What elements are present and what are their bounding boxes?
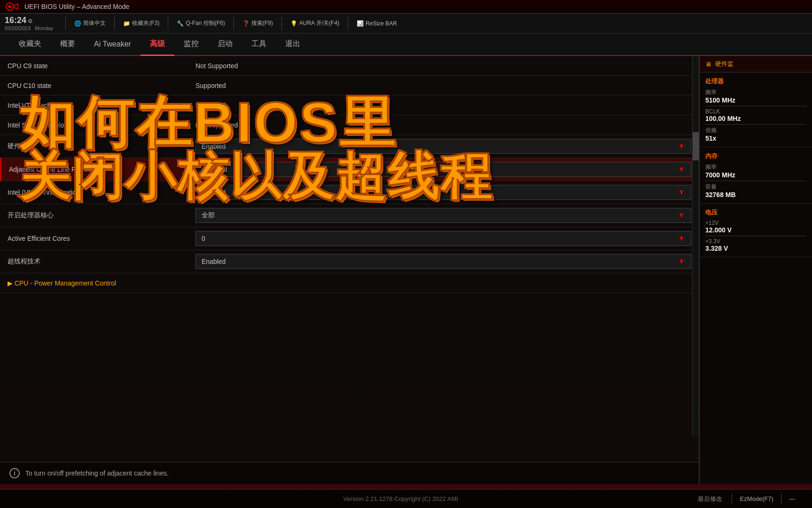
setting-value-vmx: Enabled ▼ xyxy=(188,181,699,204)
resizebar-icon: 📊 xyxy=(357,20,364,27)
hw-prefetch-dropdown[interactable]: Enabled ▼ xyxy=(195,139,691,154)
setting-value-cores: 全部 ▼ xyxy=(188,204,699,227)
setting-label-hyperthreading: 超线程技术 xyxy=(0,254,188,270)
title-bar-title: UEFI BIOS Utility – Advanced Mode xyxy=(24,3,129,10)
main-nav: 收藏夹 概要 Ai Tweaker 高级 监控 启动 工具 退出 xyxy=(0,33,812,56)
sidebar-section-title-cpu: 处理器 xyxy=(705,77,806,86)
setting-label-cpu-c10: CPU C10 state xyxy=(0,78,188,93)
nav-item-exit[interactable]: 退出 xyxy=(276,33,310,56)
toolbar-divider-2 xyxy=(114,17,115,30)
table-row: Active Efficient Cores 0 ▼ xyxy=(0,227,699,250)
adjacent-dropdown[interactable]: Enabled ▼ xyxy=(197,162,691,177)
content-wrapper: CPU C9 state Not Supported CPU C10 state… xyxy=(0,56,812,484)
sidebar-stat-label-33v-label: +3.3V xyxy=(705,238,806,245)
chevron-down-icon: ▼ xyxy=(678,257,685,266)
vmx-dropdown[interactable]: Enabled ▼ xyxy=(195,185,691,200)
footer: Version 2.21.1278 Copyright (C) 2022 AMI… xyxy=(0,489,812,508)
table-row: 硬件预取 Enabled ▼ xyxy=(0,135,699,158)
setting-value-cpu-power xyxy=(188,279,699,287)
sidebar-section-title-memory: 内存 xyxy=(705,152,806,160)
sidebar-stat-label-cpu-freq-label: 频率 xyxy=(705,88,806,96)
sidebar-stat-label-multiplier: 倍频 xyxy=(705,127,806,135)
right-sidebar: 🖥 硬件监 处理器 频率 5100 MHz BCLK 100.00 MHz 倍频… xyxy=(699,56,812,484)
table-row: 开启处理器核心 全部 ▼ xyxy=(0,204,699,227)
nav-item-favorites[interactable]: 收藏夹 xyxy=(9,33,51,56)
toolbar-divider-6 xyxy=(348,17,348,30)
svg-point-1 xyxy=(8,5,11,8)
sidebar-stat-value-mem-capacity: 32768 MB xyxy=(705,191,806,198)
info-bar: i To turn on/off prefetching of adjacent… xyxy=(0,462,699,484)
sidebar-stat-label-12v-label: +12V xyxy=(705,220,806,226)
sidebar-stat-value-bclk: 100.00 MHz xyxy=(705,115,806,122)
cores-dropdown[interactable]: 全部 ▼ xyxy=(195,208,691,223)
toolbar-favorites[interactable]: 📁 收藏夹(F3) xyxy=(123,19,159,27)
sidebar-divider xyxy=(705,124,806,125)
hyperthreading-dropdown[interactable]: Enabled ▼ xyxy=(195,254,691,269)
sidebar-stat-label-bclk: BCLK xyxy=(705,108,806,115)
nav-item-boot[interactable]: 启动 xyxy=(208,33,242,56)
scroll-thumb[interactable] xyxy=(693,132,699,160)
setting-label-cpu-c9: CPU C9 state xyxy=(0,58,188,73)
footer-separator: — xyxy=(781,493,803,504)
nav-item-advanced[interactable]: 高级 xyxy=(141,33,174,56)
toolbar-aura[interactable]: 💡 AURA 开/关(F4) xyxy=(290,19,339,27)
sidebar-section-voltage: 电压 +12V 12.000 V +3.3V 3.328 V xyxy=(700,204,812,257)
search-icon: ❓ xyxy=(242,20,250,27)
setting-label-efficient-cores: Active Efficient Cores xyxy=(0,231,188,246)
setting-label-cores: 开启处理器核心 xyxy=(0,207,188,223)
rog-logo xyxy=(6,2,19,11)
toolbar-gear-icon: ⚙ xyxy=(28,18,33,24)
sidebar-stat-value-mem-freq: 7000 MHz xyxy=(705,171,806,179)
setting-label-vmx: Intel (VMX) Virtualization xyxy=(0,185,188,200)
setting-value-hyperthreading: Enabled ▼ xyxy=(188,250,699,273)
efficient-cores-dropdown[interactable]: 0 ▼ xyxy=(195,231,691,246)
globe-icon: 🌐 xyxy=(74,20,81,27)
setting-value-adjacent: Enabled ▼ xyxy=(189,158,699,181)
toolbar-resizebar[interactable]: 📊 ReSize BAR xyxy=(357,20,397,27)
table-row: Intel (VMX) Virtualization Enabled ▼ xyxy=(0,181,699,204)
setting-label-hw-prefetch: 硬件预取 xyxy=(0,138,188,154)
setting-value-efficient-cores: 0 ▼ xyxy=(188,227,699,250)
table-row: 超线程技术 Enabled ▼ xyxy=(0,250,699,273)
chevron-down-icon: ▼ xyxy=(678,165,685,174)
fan-icon: 🔧 xyxy=(177,20,184,27)
setting-label-cpu-power: ▶ CPU - Power Management Control xyxy=(0,276,188,291)
sidebar-stat-value-cpu-freq: 5100 MHz xyxy=(705,96,806,104)
setting-value-vtx: Supported xyxy=(188,98,699,113)
sidebar-stat-value-12v: 12.000 V xyxy=(705,226,806,234)
main-panel: CPU C9 state Not Supported CPU C10 state… xyxy=(0,56,699,484)
toolbar-divider-1 xyxy=(65,17,66,30)
title-bar: UEFI BIOS Utility – Advanced Mode xyxy=(0,0,812,14)
nav-item-tools[interactable]: 工具 xyxy=(242,33,276,56)
sidebar-divider xyxy=(705,106,806,106)
toolbar-time: 16:24 xyxy=(5,16,26,25)
scrollbar[interactable] xyxy=(692,56,699,437)
toolbar-language[interactable]: 🌐 简体中文 xyxy=(74,19,106,27)
footer-version: Version 2.21.1278 Copyright (C) 2022 AMI xyxy=(103,495,698,502)
aura-icon: 💡 xyxy=(290,20,297,27)
nav-item-overview[interactable]: 概要 xyxy=(51,33,85,56)
toolbar-divider-4 xyxy=(234,17,234,30)
toolbar-divider-3 xyxy=(168,17,168,30)
setting-value-smx: Not Supported xyxy=(188,118,699,133)
chevron-down-icon: ▼ xyxy=(678,142,685,151)
toolbar-search[interactable]: ❓ 搜索(F9) xyxy=(242,19,273,27)
sidebar-stat-value-multiplier: 51x xyxy=(705,135,806,142)
nav-item-ai-tweaker[interactable]: Ai Tweaker xyxy=(85,34,141,56)
footer-right: 最后修改 EzMode(F7) — xyxy=(698,493,803,504)
table-row[interactable]: ▶ CPU - Power Management Control xyxy=(0,273,699,293)
setting-value-hw-prefetch: Enabled ▼ xyxy=(188,135,699,158)
toolbar: 16:24 ⚙ 03/20/2023 Monday 🌐 简体中文 📁 收藏夹(F… xyxy=(0,14,812,33)
setting-label-adjacent: Adjacent Cache Line Prefetch xyxy=(1,162,189,177)
sidebar-section-title-voltage: 电压 xyxy=(705,208,806,217)
sidebar-stat-value-33v: 3.328 V xyxy=(705,245,806,252)
sidebar-divider xyxy=(705,181,806,181)
footer-ez-mode-button[interactable]: EzMode(F7) xyxy=(732,493,781,504)
sidebar-header: 🖥 硬件监 xyxy=(700,56,812,72)
nav-item-monitor[interactable]: 监控 xyxy=(174,33,208,56)
toolbar-qfan[interactable]: 🔧 Q-Fan 控制(F6) xyxy=(177,19,225,27)
sidebar-stat-label-mem-capacity-label: 容量 xyxy=(705,183,806,191)
toolbar-date: 03/20/2023 Monday xyxy=(5,25,53,31)
chevron-down-icon: ▼ xyxy=(678,188,685,197)
setting-value-cpu-c10: Supported xyxy=(188,78,699,93)
